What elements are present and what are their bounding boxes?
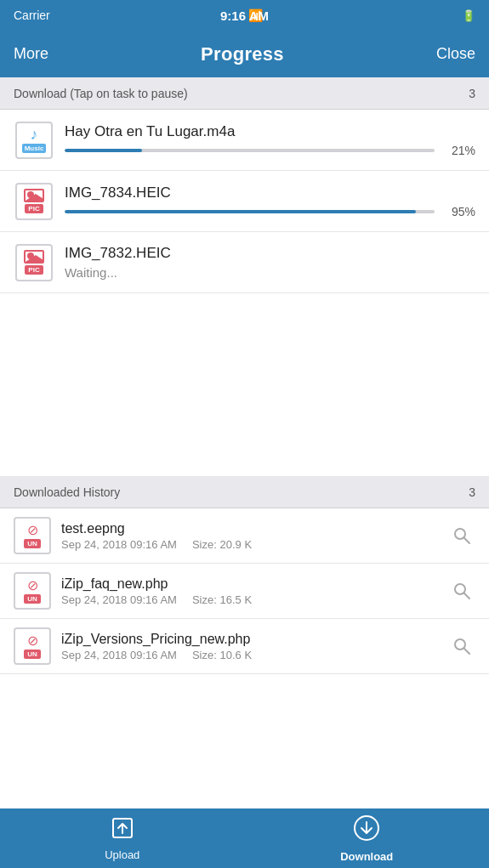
history-size-1: Size: 20.9 K bbox=[192, 538, 252, 551]
pic-shape-icon bbox=[24, 189, 44, 202]
file-status-3: Waiting... bbox=[65, 265, 475, 280]
file-icon-3: PIC bbox=[14, 242, 54, 283]
tab-bar-spacer bbox=[0, 674, 489, 734]
battery-icon: 🔋 bbox=[462, 9, 475, 22]
history-info-3: iZip_Versions_Pricing_new.php Sep 24, 20… bbox=[61, 632, 448, 661]
history-meta-1: Sep 24, 2018 09:16 AM Size: 20.9 K bbox=[61, 538, 448, 551]
file-info-3: IMG_7832.HEIC Waiting... bbox=[65, 245, 475, 280]
history-date-3: Sep 24, 2018 09:16 AM bbox=[61, 649, 177, 661]
history-icon-2: ⊘ UN bbox=[14, 572, 51, 610]
progress-bar-bg-1 bbox=[65, 149, 435, 152]
svg-line-3 bbox=[464, 593, 470, 599]
history-search-btn-3[interactable] bbox=[448, 633, 475, 660]
history-item-2[interactable]: ⊘ UN iZip_faq_new.php Sep 24, 2018 09:16… bbox=[0, 564, 489, 619]
history-info-2: iZip_faq_new.php Sep 24, 2018 09:16 AM S… bbox=[61, 576, 448, 606]
history-size-2: Size: 16.5 K bbox=[192, 593, 252, 606]
upload-tab[interactable]: Upload bbox=[0, 808, 245, 868]
download-section-header: Download (Tap on task to pause) 3 bbox=[0, 77, 489, 110]
file-info-1: Hay Otra en Tu Lugar.m4a 21% bbox=[65, 123, 475, 157]
progress-pct-2: 95% bbox=[441, 205, 475, 218]
history-item-3[interactable]: ⊘ UN iZip_Versions_Pricing_new.php Sep 2… bbox=[0, 619, 489, 674]
download-count: 3 bbox=[469, 87, 475, 100]
history-name-3: iZip_Versions_Pricing_new.php bbox=[61, 632, 448, 647]
pic-shape-icon-3 bbox=[24, 250, 44, 264]
nav-bar: More Progress Close bbox=[0, 31, 489, 77]
progress-pct-1: 21% bbox=[441, 144, 475, 157]
time-label: 9:16 AM bbox=[220, 9, 269, 23]
file-info-2: IMG_7834.HEIC 95% bbox=[65, 184, 475, 218]
status-bar: Carrier 📶 9:16 AM 🔋 bbox=[0, 0, 489, 31]
download-item-3[interactable]: PIC IMG_7832.HEIC Waiting... bbox=[0, 232, 489, 293]
svg-line-1 bbox=[464, 538, 470, 544]
history-list: ⊘ UN test.eepng Sep 24, 2018 09:16 AM Si… bbox=[0, 508, 489, 674]
search-icon-2 bbox=[452, 582, 471, 600]
progress-bar-bg-2 bbox=[65, 210, 435, 213]
pic-label-3: PIC bbox=[25, 265, 43, 275]
file-name-1: Hay Otra en Tu Lugar.m4a bbox=[65, 123, 475, 140]
tab-bar: Upload Download bbox=[0, 808, 489, 868]
music-label: Music bbox=[22, 144, 47, 153]
file-icon-1: ♪ Music bbox=[14, 120, 54, 161]
more-button[interactable]: More bbox=[14, 42, 48, 66]
music-note-icon: ♪ bbox=[31, 127, 38, 142]
history-icon-3: ⊘ UN bbox=[14, 627, 51, 665]
page-title: Progress bbox=[201, 43, 284, 65]
upload-icon bbox=[111, 816, 134, 845]
close-button[interactable]: Close bbox=[436, 42, 475, 66]
svg-line-5 bbox=[464, 649, 470, 655]
download-icon bbox=[353, 814, 380, 847]
history-meta-3: Sep 24, 2018 09:16 AM Size: 10.6 K bbox=[61, 649, 448, 661]
history-search-btn-1[interactable] bbox=[448, 522, 475, 549]
history-meta-2: Sep 24, 2018 09:16 AM Size: 16.5 K bbox=[61, 593, 448, 606]
download-header-text: Download (Tap on task to pause) bbox=[14, 87, 188, 100]
file-icon-2: PIC bbox=[14, 181, 54, 222]
history-count: 3 bbox=[469, 485, 475, 499]
download-tab-label: Download bbox=[340, 850, 393, 863]
history-name-1: test.eepng bbox=[61, 521, 448, 536]
upload-tab-label: Upload bbox=[105, 848, 139, 861]
history-header-text: Downloaded History bbox=[14, 485, 120, 499]
empty-area bbox=[0, 293, 489, 476]
download-list: ♪ Music Hay Otra en Tu Lugar.m4a 21% PIC… bbox=[0, 110, 489, 293]
history-info-1: test.eepng Sep 24, 2018 09:16 AM Size: 2… bbox=[61, 521, 448, 551]
file-name-2: IMG_7834.HEIC bbox=[65, 184, 475, 201]
history-icon-1: ⊘ UN bbox=[14, 517, 51, 554]
download-item-2[interactable]: PIC IMG_7834.HEIC 95% bbox=[0, 171, 489, 232]
history-date-2: Sep 24, 2018 09:16 AM bbox=[61, 593, 177, 606]
history-date-1: Sep 24, 2018 09:16 AM bbox=[61, 538, 177, 551]
file-name-3: IMG_7832.HEIC bbox=[65, 245, 475, 262]
history-search-btn-2[interactable] bbox=[448, 577, 475, 604]
history-item-1[interactable]: ⊘ UN test.eepng Sep 24, 2018 09:16 AM Si… bbox=[0, 508, 489, 564]
search-icon-3 bbox=[452, 637, 471, 655]
progress-bar-fill-1 bbox=[65, 149, 142, 152]
progress-bar-fill-2 bbox=[65, 210, 416, 213]
download-item-1[interactable]: ♪ Music Hay Otra en Tu Lugar.m4a 21% bbox=[0, 110, 489, 171]
search-icon-1 bbox=[452, 526, 471, 545]
history-size-3: Size: 10.6 K bbox=[192, 649, 252, 661]
pic-label-2: PIC bbox=[25, 204, 43, 213]
history-name-2: iZip_faq_new.php bbox=[61, 576, 448, 592]
carrier-label: Carrier bbox=[14, 9, 50, 22]
download-tab[interactable]: Download bbox=[245, 808, 490, 868]
history-section-header: Downloaded History 3 bbox=[0, 476, 489, 508]
